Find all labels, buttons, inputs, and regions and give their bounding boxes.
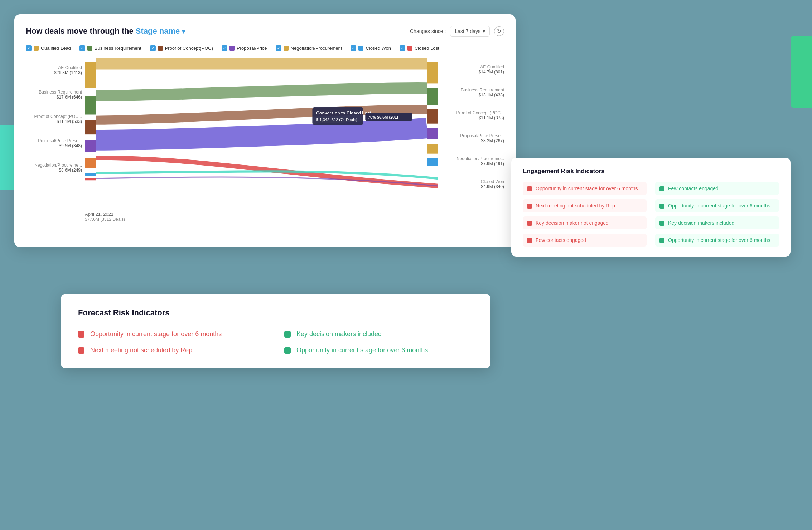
bar-qualified-lead — [85, 62, 96, 89]
bar-right-cw — [427, 158, 438, 166]
sankey-chart: Conversion to Closed Lost $ 1,342, 322 (… — [85, 58, 438, 209]
bottom-total: $77.6M (3312 Deals) — [85, 217, 504, 222]
dropdown-chevron: ▾ — [483, 28, 485, 34]
tooltip-bg — [312, 107, 363, 125]
engagement-item-2: Next meeting not scheduled by Rep — [523, 199, 647, 212]
legend-checkbox-ql: ✓ — [26, 45, 32, 51]
forecast-icon-2 — [78, 347, 84, 354]
engagement-item-0: Opportunity in current stage for over 6 … — [523, 182, 647, 195]
engagement-title: Engagement Risk Indicators — [523, 168, 779, 175]
legend-item-closed-won[interactable]: ✓ Closed Won — [351, 45, 391, 51]
bar-right-poc — [427, 109, 438, 124]
engagement-text-6: Few contacts engaged — [536, 237, 586, 243]
legend-label-ql: Qualified Lead — [41, 46, 71, 51]
legend-item-business-req[interactable]: ✓ Business Requirement — [79, 45, 141, 51]
legend-label-cl: Closed Lost — [415, 46, 439, 51]
right-label-4: Negotiation/Procureme... $7.9M (191) — [441, 156, 504, 166]
card-header: How deals move through the Stage name ▾ … — [26, 26, 504, 37]
legend-item-closed-lost[interactable]: ✓ Closed Lost — [400, 45, 439, 51]
bar-poc — [85, 120, 96, 134]
engagement-grid: Opportunity in current stage for over 6 … — [523, 182, 779, 247]
engagement-text-3: Opportunity in current stage for over 6 … — [668, 203, 770, 209]
bar-negotiation — [85, 158, 96, 168]
legend-item-negotiation[interactable]: ✓ Negotiation/Procurement — [276, 45, 342, 51]
forecast-icon-3 — [284, 347, 291, 354]
refresh-button[interactable]: ↻ — [494, 26, 504, 36]
legend-dot-prop — [229, 46, 235, 51]
forecast-icon-1 — [284, 331, 291, 338]
legend-checkbox-prop: ✓ — [222, 45, 227, 51]
main-chart-card: How deals move through the Stage name ▾ … — [14, 14, 516, 247]
left-label-0: AE Qualified $26.8M (1413) — [26, 65, 82, 75]
badge-text: 70% $6.6M (201) — [368, 115, 398, 119]
bar-closed-lost-left — [85, 178, 96, 180]
card-title: How deals move through the Stage name ▾ — [26, 27, 185, 36]
legend-checkbox-br: ✓ — [79, 45, 85, 51]
forecast-item-0: Opportunity in current stage for over 6 … — [78, 330, 267, 338]
tooltip-value-text: $ 1,342, 322 (74 Deals) — [316, 118, 357, 122]
engagement-item-5: Key decision makers included — [655, 216, 779, 229]
chart-left-labels: AE Qualified $26.8M (1413) Business Requ… — [26, 58, 85, 209]
sankey-svg: Conversion to Closed Lost $ 1,342, 322 (… — [85, 58, 438, 209]
legend-label-prop: Proposal/Price — [237, 46, 267, 51]
forecast-item-2: Next meeting not scheduled by Rep — [78, 347, 267, 354]
engagement-icon-3 — [659, 204, 664, 209]
chart-right-labels: AE Qualified $14.7M (801) Business Requi… — [438, 58, 504, 209]
legend-dot-poc — [158, 46, 163, 51]
legend-dot-cw — [358, 46, 363, 51]
left-label-4: Negotiation/Procureme... $8.6M (249) — [26, 163, 82, 173]
forecast-grid: Opportunity in current stage for over 6 … — [78, 330, 473, 354]
bar-closed-won-left — [85, 173, 96, 176]
forecast-icon-0 — [78, 331, 84, 338]
engagement-text-1: Few contacts engaged — [668, 186, 719, 191]
legend-item-qualified-lead[interactable]: ✓ Qualified Lead — [26, 45, 71, 51]
left-label-2: Proof of Concept (POC... $11.1M (533) — [26, 114, 82, 124]
right-label-1: Business Requirement $13.1M (438) — [441, 87, 504, 97]
period-dropdown[interactable]: Last 7 days ▾ — [450, 26, 490, 37]
right-label-3: Proposal/Price Prese... $8.3M (267) — [441, 133, 504, 143]
engagement-icon-7 — [659, 238, 664, 243]
legend-dot-cl — [407, 46, 412, 51]
engagement-item-6: Few contacts engaged — [523, 234, 647, 247]
engagement-icon-1 — [659, 186, 664, 191]
engagement-text-0: Opportunity in current stage for over 6 … — [536, 186, 638, 191]
engagement-item-4: Key decision maker not engaged — [523, 216, 647, 229]
changes-label: Changes since : — [410, 28, 446, 34]
left-label-1: Business Requirement $17.6M (646) — [26, 90, 82, 100]
legend-checkbox-cw: ✓ — [351, 45, 356, 51]
legend-label-br: Business Requirement — [95, 46, 141, 51]
chart-legend: ✓ Qualified Lead ✓ Business Requirement … — [26, 45, 504, 51]
forecast-item-1: Key decision makers included — [284, 330, 473, 338]
card-controls: Changes since : Last 7 days ▾ ↻ — [410, 26, 504, 37]
legend-item-proposal[interactable]: ✓ Proposal/Price — [222, 45, 267, 51]
right-label-2: Proof of Concept (POC... $11.1M (378) — [441, 110, 504, 120]
bar-right-br — [427, 88, 438, 105]
engagement-item-7: Opportunity in current stage for over 6 … — [655, 234, 779, 247]
legend-label-poc: Proof of Concept(POC) — [165, 46, 213, 51]
engagement-icon-2 — [527, 204, 532, 209]
engagement-item-3: Opportunity in current stage for over 6 … — [655, 199, 779, 212]
forecast-text-3: Opportunity in current stage for over 6 … — [296, 347, 428, 354]
legend-item-poc[interactable]: ✓ Proof of Concept(POC) — [150, 45, 213, 51]
tooltip-title-text: Conversion to Closed Lost — [316, 111, 371, 116]
engagement-icon-5 — [659, 221, 664, 226]
forecast-text-1: Key decision makers included — [296, 330, 382, 338]
stage-name-link[interactable]: Stage name ▾ — [136, 27, 185, 35]
engagement-item-1: Few contacts engaged — [655, 182, 779, 195]
bg-green-decoration — [791, 36, 812, 108]
chart-bottom: April 21, 2021 $77.6M (3312 Deals) — [26, 211, 504, 222]
engagement-icon-6 — [527, 238, 532, 243]
right-label-5: Closed Won $4.9M (340) — [441, 179, 504, 189]
engagement-icon-4 — [527, 221, 532, 226]
flow-br — [96, 88, 427, 96]
forecast-text-0: Opportunity in current stage for over 6 … — [90, 330, 222, 338]
bottom-date: April 21, 2021 — [85, 211, 504, 217]
bar-proposal — [85, 140, 96, 152]
engagement-text-7: Opportunity in current stage for over 6 … — [668, 237, 770, 243]
flow-dark — [96, 177, 438, 186]
stage-name-chevron: ▾ — [182, 28, 185, 35]
bar-right-neg — [427, 144, 438, 153]
engagement-text-4: Key decision maker not engaged — [536, 220, 609, 226]
left-label-3: Proposal/Price Prese... $9.5M (348) — [26, 138, 82, 148]
right-label-0: AE Qualified $14.7M (801) — [441, 65, 504, 75]
